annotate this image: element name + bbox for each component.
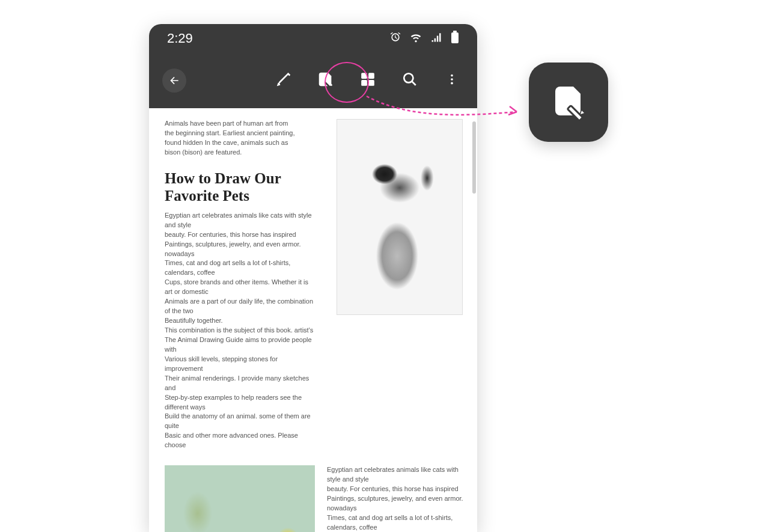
svg-point-8	[451, 75, 453, 77]
svg-point-7	[404, 73, 413, 82]
status-bar: 2:29	[149, 24, 477, 53]
svg-rect-0	[451, 32, 459, 43]
thumbnails-button[interactable]	[356, 69, 380, 93]
document-viewport[interactable]: Animals have been part of human art from…	[149, 108, 477, 532]
grid-icon	[360, 72, 376, 90]
callout-tile	[529, 63, 608, 142]
annotate-button[interactable]	[314, 69, 338, 93]
app-toolbar	[149, 53, 477, 108]
annotate-icon	[549, 82, 588, 123]
search-icon	[402, 72, 418, 90]
status-icons	[389, 31, 459, 46]
article-title: How to Draw Our Favorite Pets	[165, 170, 303, 205]
paragraph-left: Egyptian art celebrates animals like cat…	[165, 211, 315, 450]
svg-rect-4	[368, 73, 374, 79]
dog-embroidery-image: Porfirio	[165, 465, 315, 532]
phone-screenshot: 2:29	[149, 24, 477, 532]
svg-rect-5	[361, 80, 367, 86]
highlighter-button[interactable]	[272, 69, 296, 93]
back-button[interactable]	[162, 69, 186, 93]
battery-icon	[451, 31, 459, 46]
paragraph-right-1: Egyptian art celebrates animals like cat…	[327, 465, 471, 532]
svg-rect-1	[453, 31, 457, 32]
search-button[interactable]	[398, 69, 422, 93]
more-vertical-icon	[445, 73, 459, 88]
more-button[interactable]	[440, 69, 464, 93]
intro-text: Animals have been part of human art from…	[165, 119, 297, 157]
signal-icon	[430, 31, 442, 46]
highlighter-icon	[275, 70, 293, 91]
status-time: 2:29	[167, 31, 193, 46]
svg-point-10	[451, 82, 453, 85]
alarm-icon	[389, 31, 401, 46]
wifi-icon	[410, 31, 422, 46]
annotate-icon	[317, 70, 335, 91]
dog-sketch-image	[337, 119, 463, 315]
svg-point-9	[451, 78, 453, 81]
svg-rect-3	[361, 73, 367, 79]
scrollbar-thumb[interactable]	[472, 121, 476, 194]
svg-rect-6	[368, 80, 374, 86]
